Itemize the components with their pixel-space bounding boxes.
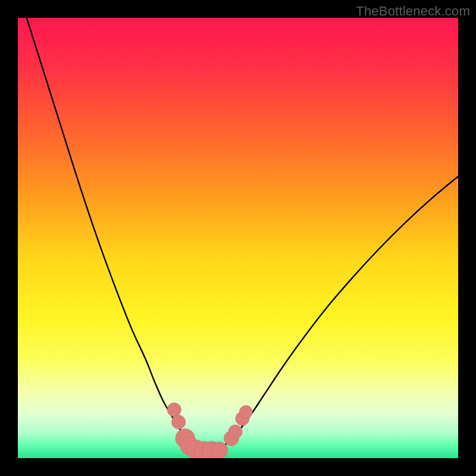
data-marker xyxy=(211,442,228,458)
data-marker xyxy=(171,415,185,429)
plot-area xyxy=(18,18,458,458)
curves-svg xyxy=(18,18,458,458)
left-curve xyxy=(27,18,199,449)
watermark-text: TheBottleneck.com xyxy=(356,4,470,19)
chart-frame: TheBottleneck.com xyxy=(0,0,476,476)
right-curve xyxy=(220,176,458,448)
data-marker xyxy=(239,405,252,418)
data-marker xyxy=(228,425,242,439)
data-marker xyxy=(167,403,181,416)
marker-group xyxy=(167,403,252,458)
